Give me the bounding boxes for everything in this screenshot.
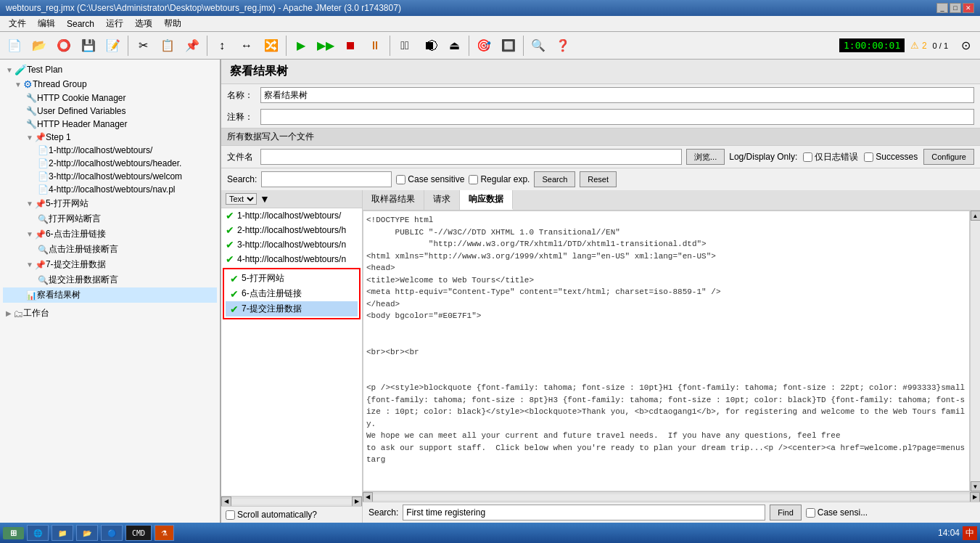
close-button[interactable]: ✕ — [963, 3, 974, 13]
list-entry-6[interactable]: ✔ 6-点击注册链接 — [226, 286, 358, 301]
tree-item-assert1[interactable]: 🔍 打开网站断言 — [3, 211, 217, 226]
toggle-button[interactable]: 🔀 — [260, 34, 283, 57]
tree-item-test-plan[interactable]: ▼ 🧪 Test Plan — [3, 62, 217, 77]
stop-button[interactable]: ⏹ — [339, 34, 362, 57]
hscroll-left-btn[interactable]: ◀ — [363, 492, 373, 502]
expand-step5[interactable]: ▼ — [26, 200, 33, 208]
scroll-auto-checkbox[interactable] — [226, 510, 235, 520]
scroll-left-btn[interactable]: ◀ — [221, 497, 231, 507]
remote-exit-button[interactable]: ⏏ — [442, 34, 466, 57]
taskbar-ime[interactable]: 中 — [963, 526, 977, 540]
list-entry-5[interactable]: ✔ 5-打开网站 — [226, 271, 358, 286]
taskbar-explorer[interactable]: 📁 — [52, 525, 73, 541]
scroll-right-btn[interactable]: ▶ — [352, 497, 362, 507]
tree-item-step1[interactable]: ▼ 📌 Step 1 — [3, 131, 217, 144]
expand-step7[interactable]: ▼ — [26, 261, 33, 269]
regex-option[interactable]: Regular exp. — [469, 174, 530, 184]
error-only-option[interactable]: 仅日志错误 — [803, 151, 858, 163]
reset-button[interactable]: Reset — [580, 171, 617, 187]
close-file-button[interactable]: ⭕ — [52, 34, 75, 57]
tree-item-step7[interactable]: ▼ 📌 7-提交注册数据 — [3, 257, 217, 272]
help-button[interactable]: ❓ — [551, 34, 575, 57]
bottom-case-sensitive[interactable]: Case sensi... — [806, 507, 868, 518]
list-type-select[interactable]: Text — [226, 193, 257, 205]
name-input[interactable] — [260, 87, 974, 103]
taskbar-ie[interactable]: 🌐 — [27, 525, 49, 541]
tab-response-data[interactable]: 响应数据 — [460, 190, 513, 210]
tree-item-user-vars[interactable]: 🔧 User Defined Variables — [3, 105, 217, 118]
list-entry-7[interactable]: ✔ 7-提交注册数据 — [226, 301, 358, 317]
new-button[interactable]: 📄 — [3, 34, 26, 57]
bottom-case-checkbox[interactable] — [806, 508, 815, 518]
scroll-auto-option[interactable]: Scroll automatically? — [226, 510, 358, 520]
taskbar-cmd[interactable]: CMD — [125, 525, 152, 541]
list-entry-2[interactable]: ✔ 2-http://localhost/webtours/h — [221, 223, 362, 237]
tree-item-step5[interactable]: ▼ 📌 5-打开网站 — [3, 196, 217, 211]
menu-edit[interactable]: 编辑 — [32, 16, 61, 31]
list-hscroll[interactable]: ◀ ▶ — [221, 496, 362, 506]
menu-help[interactable]: 帮助 — [158, 16, 187, 31]
collapse-button[interactable]: ↔ — [235, 34, 258, 57]
tree-item-step6[interactable]: ▼ 📌 6-点击注册链接 — [3, 226, 217, 242]
browse-button[interactable]: 浏览... — [686, 149, 725, 165]
expand-step6[interactable]: ▼ — [26, 230, 33, 238]
success-checkbox[interactable] — [864, 152, 873, 162]
page-nav-button[interactable]: ⊙ — [954, 34, 977, 57]
maximize-button[interactable]: □ — [950, 3, 961, 13]
cut-button[interactable]: ✂ — [131, 34, 155, 57]
tab-sampler-results[interactable]: 取样器结果 — [363, 190, 424, 210]
list-dropdown-icon[interactable]: ▼ — [260, 193, 270, 205]
expand-thread-group[interactable]: ▼ — [15, 81, 22, 89]
success-option[interactable]: Successes — [864, 152, 918, 162]
menu-options[interactable]: 选项 — [129, 16, 158, 31]
search-input[interactable] — [261, 171, 392, 187]
remote-stop-button[interactable]: ⏹⃝ — [418, 34, 441, 57]
start-button[interactable]: ▶ — [289, 34, 313, 57]
taskbar-jmeter[interactable]: ⚗ — [155, 525, 174, 541]
expand-button[interactable]: ↕ — [210, 34, 234, 57]
taskbar-folder[interactable]: 📂 — [76, 525, 98, 541]
list-entry-3[interactable]: ✔ 3-http://localhost/webtours/n — [221, 237, 362, 252]
menu-run[interactable]: 运行 — [100, 16, 129, 31]
save-button[interactable]: 💾 — [77, 34, 100, 57]
start-no-pause-button[interactable]: ▶▶ — [314, 34, 337, 57]
search-toolbar-button[interactable]: 🔍 — [527, 34, 550, 57]
case-sensitive-option[interactable]: Case sensitive — [396, 174, 464, 184]
tree-item-results[interactable]: 📊 察看结果树 — [3, 287, 217, 303]
scroll-down-btn[interactable]: ▼ — [971, 481, 981, 491]
list-entry-1[interactable]: ✔ 1-http://localhost/webtours/ — [221, 208, 362, 223]
minimize-button[interactable]: _ — [936, 3, 948, 13]
paste-button[interactable]: 📌 — [181, 34, 204, 57]
scroll-up-btn[interactable]: ▲ — [971, 211, 981, 221]
start-button[interactable]: ⊞ — [3, 527, 24, 539]
list-entry-4[interactable]: ✔ 4-http://localhost/webtours/n — [221, 252, 362, 266]
tree-item-thread-group[interactable]: ▼ ⚙ Thread Group — [3, 77, 217, 91]
file-input[interactable] — [260, 149, 682, 165]
expand-workbench[interactable]: ▶ — [6, 309, 12, 317]
search-button[interactable]: Search — [534, 171, 575, 187]
response-vscroll[interactable]: ▲ ▼ — [970, 211, 980, 491]
tree-item-req3[interactable]: 📄 3-http://localhost/webtours/welcom — [3, 170, 217, 183]
tree-item-req1[interactable]: 📄 1-http://localhost/webtours/ — [3, 144, 217, 157]
comment-input[interactable] — [260, 109, 974, 125]
tree-item-assert3[interactable]: 🔍 提交注册数据断言 — [3, 272, 217, 287]
tree-item-req2[interactable]: 📄 2-http://localhost/webtours/header. — [3, 157, 217, 170]
save-as-button[interactable]: 📝 — [102, 34, 125, 57]
response-hscroll[interactable]: ◀ ▶ — [363, 491, 980, 502]
expand-test-plan[interactable]: ▼ — [6, 66, 13, 74]
remote-start-button[interactable]: ▶⃝ — [393, 34, 416, 57]
function-helper-button[interactable]: 🎯 — [472, 34, 495, 57]
tree-item-cookie[interactable]: 🔧 HTTP Cookie Manager — [3, 91, 217, 105]
bottom-search-input[interactable] — [403, 505, 765, 520]
menu-file[interactable]: 文件 — [3, 16, 32, 31]
clear-all-button[interactable]: 🔲 — [497, 34, 520, 57]
response-content[interactable]: <!DOCTYPE html PUBLIC "-//W3C//DTD XHTML… — [363, 211, 970, 491]
regex-checkbox[interactable] — [469, 175, 478, 184]
error-only-checkbox[interactable] — [803, 152, 812, 162]
open-button[interactable]: 📂 — [28, 34, 51, 57]
tree-item-req4[interactable]: 📄 4-http://localhost/webtours/nav.pl — [3, 183, 217, 196]
case-sensitive-checkbox[interactable] — [396, 175, 405, 184]
tab-request[interactable]: 请求 — [424, 190, 460, 210]
expand-step1[interactable]: ▼ — [26, 134, 33, 142]
tree-item-header[interactable]: 🔧 HTTP Header Manager — [3, 118, 217, 131]
